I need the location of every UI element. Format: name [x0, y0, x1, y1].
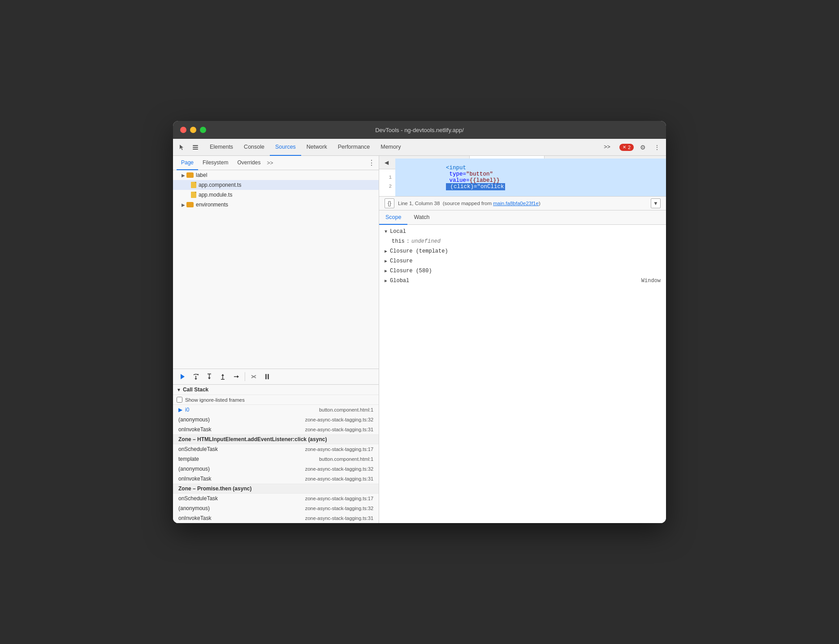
maximize-button[interactable] [200, 127, 206, 133]
tab-console[interactable]: Console [238, 139, 270, 156]
debug-deactivate-btn[interactable] [248, 371, 259, 382]
token-attr-type: type= [446, 171, 466, 177]
stack-item-anon2[interactable]: (anonymous) zone-async-stack-tagging.ts:… [173, 464, 379, 474]
call-stack-arrow-icon: ▼ [177, 387, 181, 392]
editor-nav-left-icon[interactable]: ◀ [381, 157, 392, 168]
debugger-toolbar [173, 369, 379, 384]
filetree-item-environments-folder[interactable]: ▶ environments [173, 200, 379, 210]
scope-item-closure-template[interactable]: ▶ Closure (template) [379, 246, 666, 256]
source-map-link[interactable]: main.fa8bfa0e23f1e [493, 201, 539, 206]
tab-network[interactable]: Network [301, 139, 333, 156]
debug-step-btn[interactable] [230, 371, 242, 382]
stack-item-onInvokeTask2[interactable]: onInvokeTask zone-async-stack-tagging.ts… [173, 474, 379, 484]
filetree-item-app-module[interactable]: app.module.ts [173, 190, 379, 200]
stack-file-i0: button.component.html:1 [319, 407, 373, 412]
settings-icon[interactable]: ⚙ [637, 142, 648, 153]
right-panel: ◀ zone-async-stack-tagging.ts button.com… [379, 156, 666, 523]
filetree-item-label-folder[interactable]: ▶ label [173, 170, 379, 180]
svg-rect-0 [193, 145, 198, 146]
stack-item-template[interactable]: template button.component.html:1 [173, 454, 379, 464]
token-tag-input: <input [446, 165, 466, 171]
tab-performance[interactable]: Performance [333, 139, 376, 156]
scope-closure-580-arrow: ▶ [385, 268, 387, 274]
scope-global-arrow: ▶ [385, 278, 387, 283]
call-stack-panel: ▼ Call Stack Show ignore-listed frames ▶… [173, 384, 379, 523]
tabs-right: >> ✕ 2 ⚙ ⋮ [598, 139, 662, 156]
call-stack-title: Call Stack [183, 386, 208, 393]
current-frame-icon: ▶ [178, 407, 182, 413]
stack-item-onScheduleTask2[interactable]: onScheduleTask zone-async-stack-tagging.… [173, 494, 379, 503]
stack-item-anon3[interactable]: (anonymous) zone-async-stack-tagging.ts:… [173, 503, 379, 513]
line-number-1: 1 [379, 175, 395, 180]
stack-func-anon1: (anonymous) [178, 416, 305, 423]
stack-item-i0[interactable]: ▶ i0 button.component.html:1 [173, 405, 379, 415]
stack-func-i0: i0 [185, 407, 319, 413]
stack-file-anon1: zone-async-stack-tagging.ts:32 [305, 417, 373, 422]
close-button[interactable] [180, 127, 186, 133]
debug-stepout-btn[interactable] [217, 371, 229, 382]
subtab-page[interactable]: Page [177, 156, 198, 170]
scope-panel: Scope Watch ▼ Local this : [379, 210, 666, 523]
scope-item-closure-580[interactable]: ▶ Closure (580) [379, 266, 666, 276]
minimize-button[interactable] [190, 127, 196, 133]
code-area: 1 <input type="button" value={{label}} (… [379, 169, 666, 196]
stack-item-anon1[interactable]: (anonymous) zone-async-stack-tagging.ts:… [173, 415, 379, 425]
stack-file-anon2: zone-async-stack-tagging.ts:32 [305, 466, 373, 472]
zone-divider-1: Zone – HTMLInputElement.addEventListener… [173, 434, 379, 444]
layers-icon[interactable] [190, 142, 201, 153]
subtab-more-icon[interactable]: >> [267, 160, 273, 166]
debug-resume-btn[interactable] [177, 371, 188, 382]
token-attr-value: value= [446, 177, 470, 184]
stack-item-onInvokeTask1[interactable]: onInvokeTask zone-async-stack-tagging.ts… [173, 425, 379, 434]
stack-func-template: template [178, 456, 319, 462]
scope-closure-label: Closure [390, 258, 412, 264]
filetree-app-component-text: app.component.ts [199, 182, 241, 188]
tab-sources[interactable]: Sources [270, 139, 301, 156]
error-badge[interactable]: ✕ 2 [619, 144, 634, 151]
svg-rect-17 [265, 374, 267, 379]
titlebar: DevTools - ng-devtools.netlify.app/ [173, 121, 666, 139]
subtab-menu-icon[interactable]: ⋮ [368, 159, 375, 167]
folder-arrow-environments: ▶ [180, 202, 186, 208]
svg-rect-1 [193, 147, 198, 148]
scope-item-global[interactable]: ▶ Global Window [379, 276, 666, 286]
devtools-window: DevTools - ng-devtools.netlify.app/ Elem… [173, 121, 666, 523]
cursor-icon[interactable] [177, 142, 187, 153]
scope-item-local[interactable]: ▼ Local [379, 227, 666, 236]
line-number-2: 2 [379, 184, 395, 189]
stack-item-onInvokeTask3[interactable]: onInvokeTask zone-async-stack-tagging.ts… [173, 513, 379, 523]
call-stack-header[interactable]: ▼ Call Stack [173, 385, 379, 395]
devtools-icons [177, 142, 201, 153]
scope-this-value: undefined [411, 238, 441, 245]
debug-pause-exceptions-btn[interactable] [261, 371, 273, 382]
ignore-checkbox[interactable] [177, 397, 182, 403]
tab-elements[interactable]: Elements [204, 139, 238, 156]
subtab-overrides[interactable]: Overrides [233, 156, 265, 170]
debug-stepover-btn[interactable] [190, 371, 202, 382]
folder-icon-label [186, 172, 194, 178]
scope-item-closure[interactable]: ▶ Closure [379, 256, 666, 266]
stack-file-onScheduleTask2: zone-async-stack-tagging.ts:17 [305, 496, 373, 501]
scope-local-label: Local [390, 228, 406, 235]
more-options-icon[interactable]: ⋮ [652, 142, 662, 153]
token-selected-click: (click)="onClick [446, 183, 505, 190]
stack-item-onScheduleTask1[interactable]: onScheduleTask zone-async-stack-tagging.… [173, 444, 379, 454]
left-panel: Page Filesystem Overrides >> ⋮ ▶ labe [173, 156, 379, 523]
svg-marker-3 [181, 374, 185, 379]
scope-window-label: Window [641, 278, 661, 284]
debug-stepinto-btn[interactable] [203, 371, 215, 382]
scope-tab-watch[interactable]: Watch [407, 210, 436, 225]
folder-arrow-label: ▶ [180, 172, 186, 178]
subtab-filesystem[interactable]: Filesystem [198, 156, 233, 170]
scope-tab-scope[interactable]: Scope [379, 210, 407, 225]
line-content-1[interactable]: <input type="button" value={{label}} (cl… [395, 159, 666, 196]
tab-more[interactable]: >> [598, 139, 616, 156]
format-button[interactable]: {} [385, 198, 394, 208]
scope-item-this[interactable]: this : undefined [379, 236, 666, 246]
status-arrow-btn[interactable]: ▼ [651, 198, 661, 208]
filetree-item-app-component[interactable]: app.component.ts [173, 180, 379, 190]
stack-func-anon3: (anonymous) [178, 505, 305, 511]
tab-memory[interactable]: Memory [375, 139, 406, 156]
folder-icon-environments [186, 202, 194, 207]
ignore-label: Show ignore-listed frames [185, 397, 245, 403]
